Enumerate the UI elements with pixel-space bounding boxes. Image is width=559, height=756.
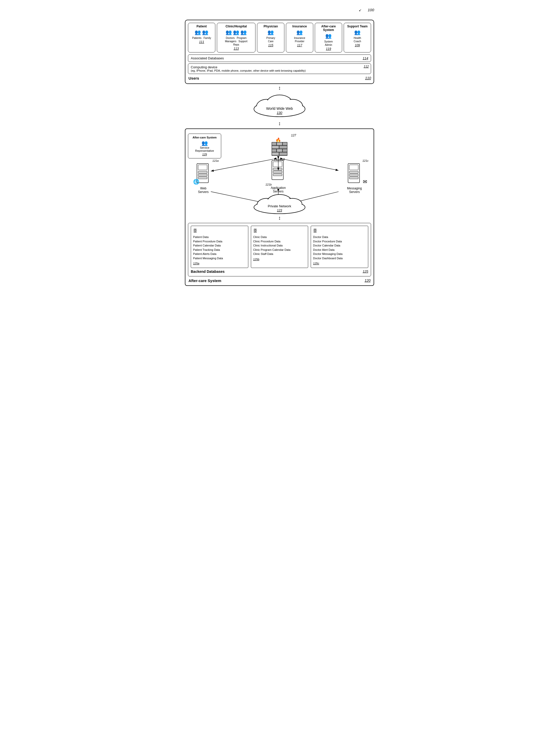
- actor-icon: 👥: [202, 29, 208, 35]
- actor-ref-physician: 115: [259, 44, 282, 47]
- db-column-clinic: 🗄 Clinic Data Clinic Procedure Data Clin…: [251, 226, 308, 268]
- actor-group-title-insurance: Insurance: [288, 25, 311, 28]
- actor-row: Patient 👥 👥 Patients Family 111 Clinic/H…: [188, 23, 371, 52]
- db-clinic-item-1: Clinic Procedure Data: [253, 239, 306, 244]
- db-icon-doctor: 🗄: [313, 228, 366, 234]
- actor-names-patient: Patients Family: [190, 36, 213, 40]
- db-patient-item-5: Patient Messaging Data: [193, 256, 246, 261]
- backend-databases-title: Backend Databases: [191, 269, 225, 274]
- computing-device-detail: (eg, IPhone, IPad, PDA, mobile phone, co…: [191, 69, 368, 72]
- www-ref-svg: 130: [277, 111, 282, 115]
- db-patient-item-4: Patient Alerts Data: [193, 252, 246, 256]
- web-servers-ref-label: 121a: [188, 159, 219, 162]
- backend-databases-area: 🗄 Patient Data Patient Procedure Data Pa…: [188, 223, 371, 276]
- actor-group-support: Support Team 👥 HealthCoach 109: [344, 23, 371, 52]
- associated-databases-label: Associated Databases: [191, 56, 224, 60]
- db-column-doctor: 🗄 Doctor Data Doctor Procedure Data Doct…: [311, 226, 368, 268]
- db-patient-item-3: Patient Tracking Data: [193, 248, 246, 252]
- app-servers-block: 121b ApplicationServers: [263, 159, 294, 193]
- www-label-svg: World Wide Web: [266, 106, 293, 111]
- db-columns: 🗄 Patient Data Patient Procedure Data Pa…: [191, 226, 368, 268]
- db-doctor-item-1: Doctor Procedure Data: [313, 239, 366, 244]
- aftercare-small-box: After-care System 👥 ServiceRepresentativ…: [188, 134, 221, 158]
- private-network-label: Private Network: [268, 204, 291, 208]
- actor-names-clinic: Doctors ProgramManagers SupportReps: [219, 36, 253, 46]
- actor-icon: 👥: [267, 29, 274, 35]
- actor-icon: 👥: [240, 29, 247, 35]
- actor-group-title-clinic: Clinic/Hospital: [219, 25, 253, 28]
- db-clinic-ref: 125b: [253, 257, 306, 262]
- app-servers-label: ApplicationServers: [263, 186, 294, 193]
- svg-rect-15: [272, 149, 276, 152]
- messaging-servers-block: 121c ✉ MessagingServers: [338, 159, 371, 194]
- app-servers-icon: [269, 159, 287, 182]
- db-doctor-item-5: Doctor Dashboard Data: [313, 256, 366, 261]
- web-servers-block: 121a 🌐: [188, 159, 219, 194]
- www-cloud-svg: World Wide Web 130: [251, 92, 308, 118]
- firewall-icon-svg: 🔥: [271, 138, 288, 157]
- page: ↙ 100 Patient 👥 👥 Patients Family 111 Cl…: [182, 5, 377, 288]
- computing-device-title: Computing device: [191, 65, 368, 69]
- www-cloud-container: World Wide Web 130: [185, 92, 374, 119]
- svg-rect-34: [349, 177, 358, 179]
- svg-rect-18: [272, 152, 279, 155]
- svg-rect-14: [279, 146, 287, 149]
- svg-rect-12: [283, 142, 287, 145]
- actor-ref-clinic: 113: [219, 47, 253, 50]
- svg-rect-33: [349, 174, 358, 176]
- private-network-container: Private Network 123: [188, 192, 371, 214]
- svg-rect-10: [272, 142, 276, 145]
- ref-100: 100: [368, 8, 374, 12]
- actor-group-title-aftercare: After-care System: [317, 25, 340, 32]
- actor-names-aftercare: SystemAdmin: [317, 40, 340, 47]
- db-clinic-item-4: Clinic Staff Data: [253, 252, 306, 256]
- svg-rect-26: [273, 162, 282, 167]
- actor-ref-insurance: 117: [288, 44, 311, 47]
- aftercare-system-label: After-care System: [188, 278, 221, 283]
- db-icon-patient: 🗄: [193, 228, 246, 234]
- db-icon-clinic: 🗄: [253, 228, 306, 234]
- actor-ref-patient: 111: [190, 40, 213, 44]
- users-title: Users: [188, 76, 199, 80]
- arrow-www-firewall: ↕: [185, 121, 374, 126]
- users-ref: 110: [365, 76, 371, 80]
- svg-rect-16: [277, 149, 282, 152]
- actor-ref-support: 109: [346, 44, 369, 47]
- actor-group-insurance: Insurance 👥 InsuranceProvider 117: [286, 23, 313, 52]
- actor-group-title-support: Support Team: [346, 25, 369, 28]
- firewall-block: 127 🔥: [271, 134, 288, 161]
- actor-group-aftercare: After-care System 👥 SystemAdmin 119: [315, 23, 342, 52]
- computing-device-ref: 112: [364, 65, 369, 68]
- actor-icon: 👥: [226, 29, 232, 35]
- actor-icon: 👥: [233, 29, 239, 35]
- associated-databases-ref: 114: [363, 56, 368, 60]
- svg-rect-31: [349, 165, 358, 170]
- associated-databases-box: Associated Databases 114: [188, 55, 371, 62]
- aftercare-system-box: After-care System 👥 ServiceRepresentativ…: [185, 128, 374, 286]
- actor-group-title-patient: Patient: [190, 25, 213, 28]
- svg-rect-13: [272, 146, 279, 149]
- computing-device-box: 112 Computing device (eg, IPhone, IPad, …: [188, 63, 371, 74]
- db-clinic-item-3: Clinic Program Calendar Data: [253, 248, 306, 252]
- actor-group-clinic: Clinic/Hospital 👥 👥 👥 Doctors ProgramMan…: [217, 23, 255, 52]
- actor-icons-insurance: 👥: [288, 29, 311, 35]
- arrow-network-db: ↕: [188, 215, 371, 220]
- actor-icon: 👥: [195, 29, 201, 35]
- db-patient-item-1: Patient Procedure Data: [193, 239, 246, 244]
- actor-icons-support: 👥: [346, 29, 369, 35]
- envelope-icon: ✉: [363, 179, 367, 185]
- db-patient-item-2: Patient Calendar Data: [193, 243, 246, 248]
- globe-icon: 🌐: [193, 179, 199, 185]
- svg-rect-32: [349, 171, 358, 173]
- private-network-svg: Private Network 123: [251, 192, 308, 214]
- db-clinic-item-0: Clinic Data: [253, 235, 306, 239]
- db-doctor-item-4: Doctor Messaging Data: [313, 252, 366, 256]
- svg-rect-24: [198, 177, 207, 179]
- messaging-servers-icon: [345, 162, 363, 185]
- aftercare-small-title: After-care System: [190, 136, 219, 139]
- svg-rect-27: [273, 168, 282, 170]
- actor-icons-patient: 👥 👥: [190, 29, 213, 35]
- actor-group-physician: Physician 👥 PrimaryCare 115: [257, 23, 284, 52]
- aftercare-system-ref: 120: [365, 278, 371, 283]
- actor-icons-physician: 👥: [259, 29, 282, 35]
